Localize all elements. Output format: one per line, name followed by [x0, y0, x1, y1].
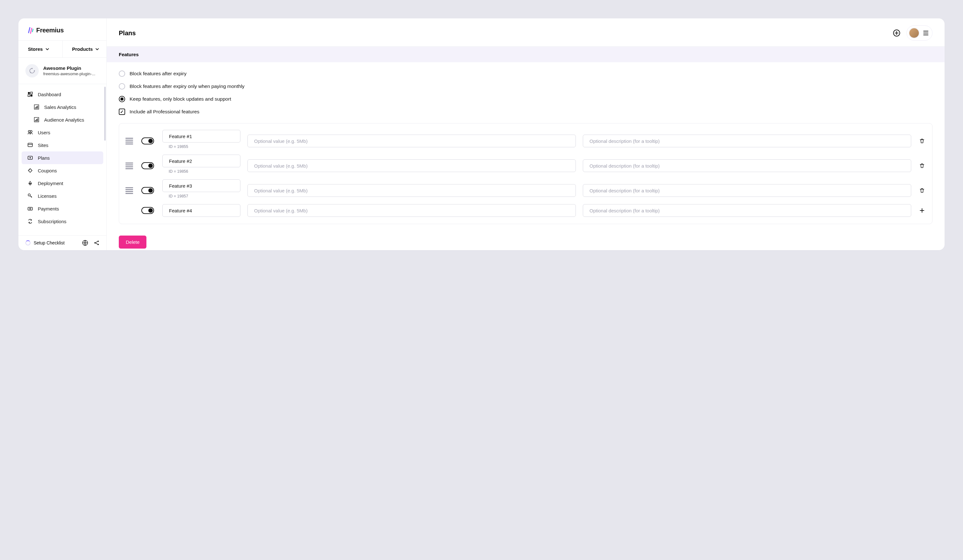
- svg-rect-4: [31, 92, 32, 94]
- chart-icon: [34, 104, 39, 110]
- sidebar-item-subscriptions[interactable]: Subscriptions: [22, 215, 103, 228]
- content: Block features after expiry Block featur…: [107, 62, 945, 250]
- sidebar-item-label: Subscriptions: [38, 219, 66, 224]
- svg-rect-13: [36, 119, 37, 121]
- sidebar-item-label: Payments: [38, 206, 59, 211]
- sidebar-item-users[interactable]: Users: [22, 126, 103, 139]
- option-include-professional[interactable]: Include all Professional features: [119, 108, 932, 115]
- key-icon: [27, 193, 33, 199]
- payments-icon: [27, 206, 33, 211]
- chart-icon: [34, 117, 39, 123]
- svg-point-1: [34, 70, 35, 71]
- svg-point-2: [30, 72, 31, 73]
- sidebar-item-payments[interactable]: Payments: [22, 202, 103, 215]
- add-button[interactable]: [893, 29, 900, 37]
- radio-icon: [119, 96, 125, 102]
- option-label: Include all Professional features: [130, 109, 199, 115]
- option-block-after-expiry[interactable]: Block features after expiry: [119, 70, 932, 77]
- plus-icon: [895, 31, 898, 35]
- page-title: Plans: [119, 29, 136, 37]
- product-slug: freemius-awesome-plugin-...: [43, 71, 95, 76]
- sidebar-item-deployment[interactable]: Deployment: [22, 177, 103, 189]
- svg-point-28: [97, 244, 99, 245]
- dashboard-icon: [27, 91, 33, 97]
- product-text: Awesome Plugin freemius-awesome-plugin-.…: [43, 65, 95, 76]
- chevron-down-icon: [45, 47, 49, 51]
- feature-name-input[interactable]: [162, 180, 240, 192]
- sidebar-item-coupons[interactable]: Coupons: [22, 164, 103, 177]
- feature-description-input[interactable]: [583, 184, 911, 197]
- plus-icon: [919, 208, 925, 213]
- delete-feature-button[interactable]: [918, 188, 926, 193]
- feature-name-input[interactable]: [162, 155, 240, 167]
- feature-description-input[interactable]: [583, 159, 911, 172]
- feature-toggle[interactable]: [141, 187, 154, 194]
- coupons-icon: [27, 168, 33, 173]
- feature-toggle[interactable]: [141, 138, 154, 144]
- drag-handle-icon[interactable]: [125, 187, 135, 194]
- products-selector[interactable]: Products: [63, 40, 106, 57]
- svg-point-20: [29, 157, 31, 159]
- svg-rect-10: [37, 106, 38, 108]
- feature-description-input[interactable]: [583, 134, 911, 147]
- sidebar-item-plans[interactable]: Plans: [22, 151, 103, 164]
- setup-checklist-link[interactable]: Setup Checklist: [34, 240, 65, 245]
- scrollbar[interactable]: [104, 87, 106, 141]
- logo[interactable]: Freemius: [18, 18, 106, 40]
- svg-rect-9: [36, 106, 37, 108]
- chevron-down-icon: [95, 47, 99, 51]
- stores-selector[interactable]: Stores: [18, 40, 63, 57]
- user-menu[interactable]: [906, 25, 932, 40]
- feature-value-input[interactable]: [247, 159, 576, 172]
- sidebar-item-sales-analytics[interactable]: Sales Analytics: [22, 100, 103, 113]
- feature-toggle[interactable]: [141, 162, 154, 169]
- delete-button[interactable]: Delete: [119, 236, 146, 249]
- delete-feature-button[interactable]: [918, 138, 926, 144]
- svg-rect-23: [28, 207, 32, 210]
- radio-icon: [119, 83, 125, 89]
- delete-feature-button[interactable]: [918, 163, 926, 168]
- feature-toggle[interactable]: [141, 207, 154, 214]
- svg-point-22: [28, 194, 31, 196]
- avatar: [909, 28, 919, 39]
- option-block-monthly[interactable]: Block features after expiry only when pa…: [119, 83, 932, 89]
- header: Plans: [107, 18, 945, 47]
- spin-icon: [29, 67, 36, 74]
- freemius-logo-icon: [28, 27, 34, 34]
- option-keep-features[interactable]: Keep features, only block updates and su…: [119, 96, 932, 102]
- sidebar-item-label: Users: [38, 130, 50, 135]
- globe-icon[interactable]: [82, 240, 88, 246]
- feature-value-input[interactable]: [247, 204, 576, 217]
- sidebar-item-sites[interactable]: Sites: [22, 139, 103, 151]
- product-icon: [25, 64, 39, 78]
- deployment-icon: [27, 180, 33, 186]
- feature-value-input[interactable]: [247, 134, 576, 147]
- svg-rect-3: [28, 92, 30, 94]
- product-card[interactable]: Awesome Plugin freemius-awesome-plugin-.…: [18, 58, 106, 84]
- feature-description-input[interactable]: [583, 204, 911, 217]
- add-feature-button[interactable]: [918, 208, 926, 213]
- option-label: Block features after expiry: [130, 71, 186, 76]
- sidebar-item-dashboard[interactable]: Dashboard: [22, 88, 103, 100]
- sidebar-item-label: Coupons: [38, 168, 57, 173]
- sidebar-item-audience-analytics[interactable]: Audience Analytics: [22, 113, 103, 126]
- svg-point-21: [29, 170, 30, 170]
- drag-handle-icon[interactable]: [125, 138, 135, 144]
- features-box: ID = 19855 ID = 19856: [119, 123, 932, 224]
- app-window: Freemius Stores Products Awesome Plugin …: [18, 18, 945, 250]
- feature-row: ID = 19855: [125, 130, 926, 152]
- feature-name-input[interactable]: [162, 204, 240, 217]
- feature-name-input[interactable]: [162, 130, 240, 142]
- sidebar-item-label: Sites: [38, 142, 48, 148]
- svg-rect-8: [35, 107, 36, 108]
- option-label: Keep features, only block updates and su…: [130, 96, 231, 102]
- sidebar-item-label: Dashboard: [38, 92, 61, 97]
- drag-handle-icon[interactable]: [125, 163, 135, 169]
- sites-icon: [27, 142, 33, 148]
- feature-value-input[interactable]: [247, 184, 576, 197]
- svg-point-15: [28, 131, 30, 133]
- plans-icon: [27, 155, 33, 161]
- sidebar-item-licenses[interactable]: Licenses: [22, 189, 103, 202]
- feature-row: ID = 19857: [125, 180, 926, 202]
- share-icon[interactable]: [94, 240, 99, 246]
